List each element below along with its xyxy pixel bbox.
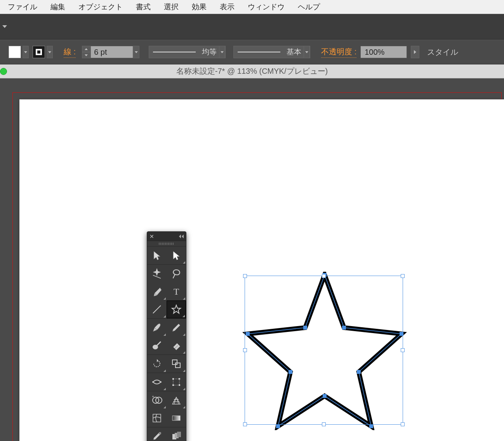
tools-panel[interactable]: ✕ T [147, 231, 186, 441]
svg-point-19 [160, 381, 162, 383]
canvas-area[interactable]: ✕ T [0, 78, 504, 441]
handle-top-mid[interactable] [322, 274, 326, 278]
handle-mid-right[interactable] [401, 348, 405, 352]
fill-dropdown[interactable] [23, 46, 29, 58]
pencil-tool[interactable] [167, 319, 186, 337]
close-icon[interactable]: ✕ [149, 234, 154, 239]
document-tab-bar: 名称未設定-7* @ 113% (CMYK/プレビュー) [0, 64, 504, 78]
workspace-strip [0, 14, 504, 40]
svg-rect-24 [179, 384, 180, 386]
lasso-tool[interactable] [167, 265, 186, 283]
handle-bottom-mid[interactable] [322, 422, 326, 426]
svg-rect-20 [173, 379, 179, 385]
menu-type[interactable]: 書式 [136, 2, 151, 12]
type-tool[interactable]: T [167, 283, 186, 300]
svg-rect-17 [176, 363, 180, 368]
shape-builder-tool[interactable] [147, 391, 167, 409]
line-tool[interactable] [147, 300, 167, 318]
svg-rect-23 [172, 384, 174, 386]
window-zoom-button[interactable] [0, 68, 7, 75]
svg-point-18 [152, 381, 154, 383]
handle-bottom-right[interactable] [401, 422, 405, 426]
stroke-label[interactable]: 線 : [64, 47, 76, 58]
brush-preview [238, 52, 280, 52]
stroke-dropdown[interactable] [47, 46, 53, 58]
flyout-indicator-icon [183, 261, 185, 264]
direct-selection-tool[interactable] [167, 247, 186, 264]
flyout-indicator-icon [163, 315, 166, 318]
menu-object[interactable]: オブジェクト [78, 2, 123, 12]
menu-window[interactable]: ウィンドウ [248, 2, 285, 12]
free-transform-tool[interactable] [167, 373, 186, 391]
svg-rect-6 [276, 424, 280, 428]
stroke-weight-up[interactable] [82, 46, 90, 52]
mesh-tool[interactable] [147, 409, 167, 427]
stroke-weight-down[interactable] [82, 52, 90, 58]
flyout-indicator-icon [183, 370, 185, 372]
control-bar: 線 : 6 pt 均等 基本 不透明度 : 100% スタイル [0, 40, 504, 64]
blob-brush-tool[interactable] [147, 337, 167, 354]
stroke-weight-stepper[interactable]: 6 pt [82, 46, 139, 58]
svg-rect-21 [172, 378, 174, 380]
menu-file[interactable]: ファイル [8, 2, 37, 12]
style-label[interactable]: スタイル [427, 47, 458, 57]
brush-dropdown[interactable] [304, 46, 310, 58]
opacity-dropdown[interactable] [411, 46, 419, 58]
svg-rect-16 [172, 360, 177, 365]
brush-label: 基本 [284, 47, 304, 57]
document-title: 名称未設定-7* @ 113% (CMYK/プレビュー) [176, 66, 328, 76]
handle-top-right[interactable] [401, 274, 405, 278]
eraser-tool[interactable] [167, 337, 186, 354]
menu-help[interactable]: ヘルプ [298, 2, 320, 12]
flyout-indicator-icon [163, 370, 166, 372]
selection-tool[interactable] [147, 247, 167, 264]
flyout-indicator-icon [163, 388, 166, 390]
star-tool[interactable] [167, 300, 186, 318]
stroke-profile-combo[interactable]: 均等 [149, 46, 226, 58]
perspective-grid-tool[interactable] [167, 391, 186, 409]
opacity-field[interactable]: 100% [360, 46, 407, 58]
tools-panel-header[interactable]: ✕ [147, 232, 186, 241]
stroke-weight-field[interactable]: 6 pt [90, 46, 133, 58]
paintbrush-tool[interactable] [147, 319, 167, 337]
handle-mid-left[interactable] [243, 348, 247, 352]
gradient-tool[interactable] [167, 409, 186, 427]
magic-wand-tool[interactable] [147, 265, 167, 283]
svg-marker-15 [157, 359, 158, 362]
stroke-weight-dropdown[interactable] [133, 46, 139, 58]
eyedropper-tool[interactable] [147, 427, 167, 441]
handle-top-left[interactable] [243, 274, 247, 278]
menu-view[interactable]: 表示 [220, 2, 235, 12]
flyout-indicator-icon [163, 297, 166, 300]
menu-bar: ファイル 編集 オブジェクト 書式 選択 効果 表示 ウィンドウ ヘルプ [0, 0, 504, 14]
rotate-tool[interactable] [147, 355, 167, 373]
menu-effect[interactable]: 効果 [192, 2, 207, 12]
opacity-label[interactable]: 不透明度 : [321, 47, 356, 58]
scale-tool[interactable] [167, 355, 186, 373]
width-tool[interactable] [147, 373, 167, 391]
stroke-profile-dropdown[interactable] [219, 46, 225, 58]
handle-bottom-left[interactable] [243, 422, 247, 426]
menu-edit[interactable]: 編集 [50, 2, 65, 12]
svg-line-11 [153, 306, 161, 313]
svg-rect-4 [369, 424, 373, 428]
stroke-swatch[interactable] [33, 46, 45, 58]
stroke-profile-preview [153, 52, 196, 52]
svg-rect-28 [172, 416, 180, 420]
brush-combo[interactable]: 基本 [233, 46, 310, 58]
svg-rect-29 [159, 432, 161, 434]
bounding-box[interactable] [245, 276, 403, 425]
menu-select[interactable]: 選択 [164, 2, 179, 12]
flyout-indicator-icon [183, 351, 185, 354]
pen-tool[interactable] [147, 283, 167, 300]
blend-tool[interactable] [167, 427, 186, 441]
fill-swatch[interactable] [9, 46, 21, 58]
svg-rect-32 [177, 432, 181, 437]
collapse-icon[interactable] [179, 234, 184, 238]
flyout-indicator-icon [183, 297, 185, 300]
flyout-indicator-icon [163, 333, 166, 336]
workspace-dropdown-icon[interactable] [2, 25, 7, 28]
tools-panel-grip[interactable] [147, 241, 186, 247]
flyout-indicator-icon [183, 388, 185, 390]
svg-rect-27 [153, 414, 161, 422]
